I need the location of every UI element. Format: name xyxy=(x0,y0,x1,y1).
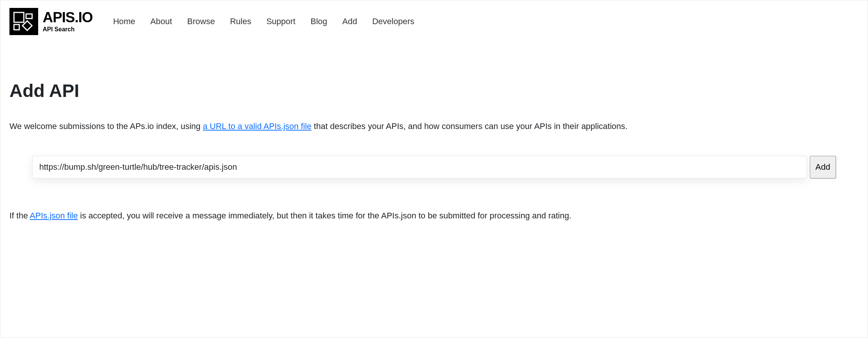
logo-icon xyxy=(9,8,38,35)
url-input[interactable] xyxy=(32,156,807,178)
header: APIS.IO API Search Home About Browse Rul… xyxy=(0,0,868,43)
nav-about[interactable]: About xyxy=(150,17,172,26)
svg-rect-2 xyxy=(14,25,19,30)
apis-json-file-link[interactable]: APIs.json file xyxy=(30,211,78,220)
svg-rect-0 xyxy=(14,12,24,22)
add-button[interactable]: Add xyxy=(810,156,836,178)
logo-subtitle: API Search xyxy=(43,26,93,33)
page-title: Add API xyxy=(9,80,859,101)
logo-title: APIS.IO xyxy=(43,10,93,25)
nav-rules[interactable]: Rules xyxy=(230,17,251,26)
nav-blog[interactable]: Blog xyxy=(310,17,327,26)
logo-text: APIS.IO API Search xyxy=(43,10,93,33)
apis-json-link[interactable]: a URL to a valid APIs.json file xyxy=(203,121,312,131)
footer-text-before: If the xyxy=(9,211,30,220)
logo[interactable]: APIS.IO API Search xyxy=(9,8,93,35)
nav-add[interactable]: Add xyxy=(342,17,357,26)
main-content: Add API We welcome submissions to the AP… xyxy=(0,43,868,232)
nav-developers[interactable]: Developers xyxy=(372,17,414,26)
nav-support[interactable]: Support xyxy=(266,17,295,26)
svg-rect-1 xyxy=(26,14,32,18)
nav-home[interactable]: Home xyxy=(113,17,135,26)
footer-text-after: is accepted, you will receive a message … xyxy=(78,211,571,220)
main-nav: Home About Browse Rules Support Blog Add… xyxy=(113,17,414,26)
intro-text-before: We welcome submissions to the APs.io ind… xyxy=(9,121,203,131)
intro-text-after: that describes your APIs, and how consum… xyxy=(312,121,627,131)
footer-paragraph: If the APIs.json file is accepted, you w… xyxy=(9,209,859,223)
nav-browse[interactable]: Browse xyxy=(187,17,215,26)
add-api-form: Add xyxy=(32,156,836,178)
intro-paragraph: We welcome submissions to the APs.io ind… xyxy=(9,119,859,133)
